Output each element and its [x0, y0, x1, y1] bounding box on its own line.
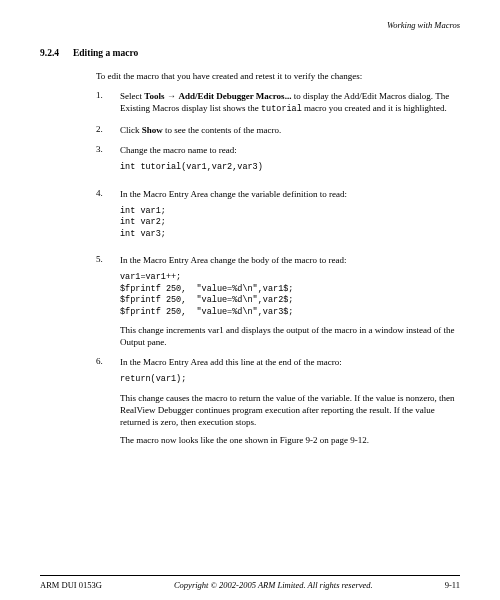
step-item: 2. Click Show to see the contents of the… [96, 124, 460, 136]
intro-text: To edit the macro that you have created … [96, 70, 460, 82]
step-body: In the Macro Entry Area add this line at… [120, 356, 460, 446]
footer-copyright: Copyright © 2002-2005 ARM Limited. All r… [174, 580, 373, 590]
step-text: In the Macro Entry Area add this line at… [120, 356, 460, 368]
step-text: to see the contents of the macro. [163, 125, 281, 135]
step-after-text: This change increments var1 and displays… [120, 324, 460, 348]
section-number: 9.2.4 [40, 48, 59, 58]
step-item: 1. Select Tools → Add/Edit Debugger Macr… [96, 90, 460, 116]
step-number: 1. [96, 90, 106, 116]
step-item: 6. In the Macro Entry Area add this line… [96, 356, 460, 446]
step-text: macro you created and it is highlighted. [302, 103, 447, 113]
step-item: 4. In the Macro Entry Area change the va… [96, 188, 460, 247]
page-footer: ARM DUI 0153G Copyright © 2002-2005 ARM … [40, 575, 460, 590]
step-item: 5. In the Macro Entry Area change the bo… [96, 254, 460, 348]
step-text: Select [120, 91, 144, 101]
step-body: In the Macro Entry Area change the varia… [120, 188, 460, 247]
step-body: Click Show to see the contents of the ma… [120, 124, 460, 136]
code-block: int tutorial(var1,var2,var3) [120, 162, 460, 173]
section-heading: 9.2.4 Editing a macro [40, 48, 460, 58]
step-body: Change the macro name to read: int tutor… [120, 144, 460, 180]
button-name-bold: Show [142, 125, 163, 135]
step-item: 3. Change the macro name to read: int tu… [96, 144, 460, 180]
step-text: In the Macro Entry Area change the body … [120, 254, 460, 266]
step-number: 6. [96, 356, 106, 446]
code-inline: tutorial [261, 104, 302, 114]
step-after-text: This change causes the macro to return t… [120, 392, 460, 428]
menu-item-bold: Tools [144, 91, 164, 101]
footer-page-number: 9-11 [445, 580, 460, 590]
step-number: 2. [96, 124, 106, 136]
step-text: Change the macro name to read: [120, 144, 460, 156]
step-number: 4. [96, 188, 106, 247]
step-after-text: The macro now looks like the one shown i… [120, 434, 460, 446]
step-number: 5. [96, 254, 106, 348]
arrow-icon: → [164, 91, 178, 101]
menu-item-bold: Add/Edit Debugger Macros... [178, 91, 291, 101]
code-block: return(var1); [120, 374, 460, 385]
section-title: Editing a macro [73, 48, 138, 58]
step-body: Select Tools → Add/Edit Debugger Macros.… [120, 90, 460, 116]
code-block: int var1; int var2; int var3; [120, 206, 460, 240]
chapter-header: Working with Macros [40, 20, 460, 30]
code-block: var1=var1++; $fprintf 250, "value=%d\n",… [120, 272, 460, 318]
steps-list: 1. Select Tools → Add/Edit Debugger Macr… [96, 90, 460, 446]
step-number: 3. [96, 144, 106, 180]
step-text: In the Macro Entry Area change the varia… [120, 188, 460, 200]
step-body: In the Macro Entry Area change the body … [120, 254, 460, 348]
footer-doc-id: ARM DUI 0153G [40, 580, 102, 590]
step-text: Click [120, 125, 142, 135]
